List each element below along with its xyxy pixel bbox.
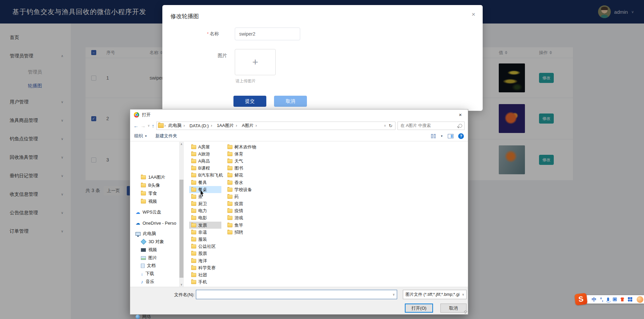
folder-icon bbox=[191, 237, 196, 241]
image-upload-box[interactable]: + bbox=[235, 49, 276, 75]
folder-item[interactable]: 公益社区 bbox=[189, 243, 233, 250]
folder-item[interactable]: 海洋 bbox=[189, 257, 221, 264]
open-button[interactable]: 打开(O) bbox=[405, 304, 433, 313]
folder-icon bbox=[191, 280, 196, 284]
refresh-icon[interactable]: ↻ bbox=[389, 123, 392, 128]
filetype-select[interactable]: 图片文件 (*.tiff;*.jfif;*.bmp;*.gi ∨ bbox=[403, 290, 467, 299]
view-mode-icon[interactable] bbox=[431, 134, 436, 138]
folder-item[interactable]: 图书 bbox=[225, 165, 258, 172]
view-caret-icon[interactable]: ▼ bbox=[440, 135, 443, 138]
breadcrumb-1aa[interactable]: 1AA图片› bbox=[215, 123, 239, 129]
filename-combo[interactable]: ∨ bbox=[196, 290, 397, 299]
folder-item[interactable]: 社团 bbox=[189, 271, 221, 278]
folder-item[interactable]: 树木农作物 bbox=[225, 143, 270, 150]
folder-item[interactable]: 药 bbox=[225, 193, 258, 200]
new-folder-button[interactable]: 新建文件夹 bbox=[155, 133, 177, 139]
microphone-icon[interactable] bbox=[607, 298, 609, 301]
plus-icon: + bbox=[252, 56, 258, 68]
nav-scrollbar[interactable]: ∧ ∨ bbox=[179, 142, 184, 287]
folder-item[interactable]: 疫情 bbox=[225, 208, 258, 215]
close-icon[interactable]: × bbox=[472, 11, 475, 17]
folder-item[interactable]: 手机 bbox=[189, 279, 221, 286]
sogou-logo[interactable]: S bbox=[574, 293, 587, 306]
chrome-icon bbox=[134, 112, 139, 118]
emoji-icon[interactable] bbox=[636, 295, 644, 304]
cancel-button[interactable]: 取消 bbox=[274, 96, 307, 107]
nav-folder-bavatar[interactable]: B头像 bbox=[130, 182, 179, 189]
nav-music[interactable]: ♪音乐 bbox=[130, 278, 179, 285]
folder-item[interactable]: 餐具 bbox=[189, 179, 221, 186]
folder-item[interactable]: 鲜花 bbox=[225, 172, 258, 179]
nav-folder-1aa[interactable]: 1AA图片 bbox=[130, 174, 179, 181]
folder-item[interactable]: 游戏 bbox=[225, 215, 258, 222]
ime-mode-toggle[interactable]: 中 bbox=[592, 297, 596, 302]
history-chevron-icon[interactable]: ∨ bbox=[148, 124, 150, 127]
keyboard-icon[interactable] bbox=[613, 298, 617, 301]
combo-caret-icon[interactable]: ∨ bbox=[392, 293, 395, 296]
folder-icon bbox=[191, 209, 196, 213]
folder-item-selected[interactable]: 发票 bbox=[189, 222, 221, 229]
nav-videos-lib[interactable]: 视频 bbox=[130, 246, 179, 254]
ime-punctuation-toggle[interactable]: °, bbox=[600, 297, 603, 302]
search-box[interactable] bbox=[397, 122, 465, 130]
nav-wps-cloud[interactable]: ☁WPS云盘 bbox=[130, 209, 179, 216]
folder-item[interactable]: 鱼竿 bbox=[225, 222, 258, 229]
folder-item[interactable]: 股票 bbox=[189, 250, 221, 257]
filename-label: 文件名(N): bbox=[168, 292, 195, 298]
breadcrumb-a-pics[interactable]: A图片› bbox=[240, 123, 259, 129]
folder-icon bbox=[191, 202, 196, 206]
nav-this-pc[interactable]: 此电脑 bbox=[130, 230, 179, 237]
back-icon[interactable]: ← bbox=[133, 123, 139, 128]
dialog-close-icon[interactable]: × bbox=[453, 109, 468, 120]
nav-pictures-lib[interactable]: 图片 bbox=[130, 254, 179, 262]
organize-menu[interactable]: 组织▼ bbox=[134, 133, 147, 139]
folder-item[interactable]: 科学竞赛 bbox=[189, 264, 233, 271]
preview-pane-icon[interactable] bbox=[448, 134, 453, 138]
folder-item-hovered[interactable]: 餐桌 bbox=[189, 186, 221, 193]
folder-item[interactable]: 疫苗 bbox=[225, 200, 258, 208]
forward-icon[interactable]: → bbox=[141, 123, 146, 128]
scroll-up-icon[interactable]: ∧ bbox=[179, 142, 184, 146]
up-icon[interactable]: ↑ bbox=[152, 123, 155, 128]
nav-documents[interactable]: 文档 bbox=[130, 262, 179, 269]
folder-icon bbox=[141, 199, 146, 203]
folder-item[interactable]: 学校设备 bbox=[225, 186, 270, 193]
folder-item[interactable]: 香水 bbox=[225, 179, 258, 186]
name-input[interactable] bbox=[235, 28, 300, 40]
folder-item[interactable]: 招聘 bbox=[225, 229, 258, 236]
nav-onedrive[interactable]: ☁OneDrive - Perso bbox=[130, 219, 179, 227]
filename-input[interactable] bbox=[198, 292, 389, 298]
address-chevron-icon[interactable]: ∨ bbox=[384, 124, 386, 127]
folder-item[interactable]: 电力 bbox=[189, 208, 221, 215]
search-input[interactable] bbox=[400, 123, 457, 128]
nav-3d-objects[interactable]: 3D 对象 bbox=[130, 238, 179, 245]
breadcrumb-this-pc[interactable]: 此电脑› bbox=[166, 123, 187, 129]
folder-item[interactable]: 体育 bbox=[225, 150, 258, 157]
picture-icon bbox=[141, 256, 146, 260]
nav-folder-videos[interactable]: 视频 bbox=[130, 198, 179, 205]
dialog-titlebar[interactable]: 打开 bbox=[130, 109, 468, 120]
dialog-cancel-button[interactable]: 取消 bbox=[440, 304, 467, 313]
nav-downloads[interactable]: ↓下载 bbox=[130, 270, 179, 277]
folder-item[interactable]: 厨卫 bbox=[189, 200, 221, 208]
folder-item[interactable]: 电影 bbox=[189, 215, 221, 222]
nav-folder-snacks[interactable]: 零食 bbox=[130, 190, 179, 197]
name-field-label: *名称 bbox=[207, 31, 219, 37]
folder-icon bbox=[191, 173, 196, 177]
folder-item[interactable]: 茶 bbox=[189, 193, 221, 200]
dialog-title: 打开 bbox=[142, 112, 151, 118]
folder-item[interactable]: 非遗 bbox=[189, 229, 221, 236]
folder-item[interactable]: 天气 bbox=[225, 157, 258, 165]
breadcrumb-drive-d[interactable]: DATA (D:)› bbox=[187, 123, 214, 128]
toolbox-icon[interactable] bbox=[628, 297, 632, 302]
folder-icon bbox=[191, 152, 196, 156]
scroll-down-icon[interactable]: ∨ bbox=[179, 282, 184, 287]
submit-button[interactable]: 提交 bbox=[233, 96, 266, 107]
scrollbar-thumb[interactable] bbox=[179, 180, 183, 278]
skin-icon[interactable] bbox=[621, 298, 624, 302]
breadcrumb-bar[interactable]: › 此电脑› DATA (D:)› 1AA图片› A图片› ∨ ↻ bbox=[156, 122, 395, 130]
folder-item[interactable]: 服装 bbox=[189, 236, 221, 243]
download-icon: ↓ bbox=[141, 272, 143, 276]
resize-grip[interactable] bbox=[464, 310, 467, 314]
help-icon[interactable]: ? bbox=[458, 133, 464, 139]
